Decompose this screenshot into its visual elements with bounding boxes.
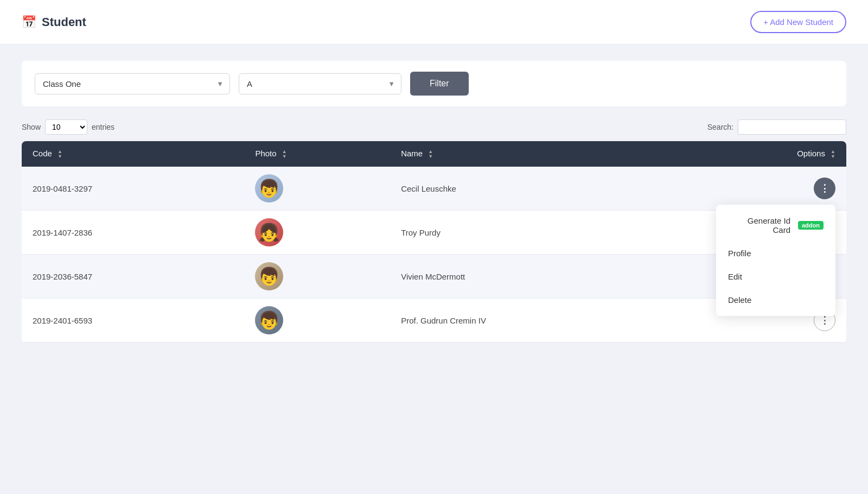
cell-photo: 👦: [244, 255, 390, 299]
table-header: Code ▲▼ Photo ▲▼ Name ▲▼ Options ▲▼: [22, 141, 846, 167]
menu-item-profile[interactable]: Profile: [716, 242, 835, 265]
options-button-0[interactable]: ⋮: [814, 178, 835, 199]
class-select-wrapper: Class One Class Two Class Three ▼: [35, 73, 230, 94]
sort-code-icon: ▲▼: [58, 149, 62, 159]
table-controls: Show 10 25 50 100 entries Search:: [22, 119, 846, 135]
addon-badge: addon: [798, 221, 824, 230]
search-row: Search:: [707, 119, 846, 135]
filter-row: Class One Class Two Class Three ▼ A B C …: [22, 61, 846, 106]
header-left: 📅 Student: [22, 15, 86, 29]
search-label: Search:: [707, 123, 733, 131]
avatar-image: 👧: [258, 222, 280, 243]
avatar: 👧: [255, 218, 283, 246]
avatar-image: 👦: [258, 178, 280, 199]
cell-photo: 👦: [244, 299, 390, 343]
cell-code: 2019-2036-5847: [22, 255, 244, 299]
avatar: 👦: [255, 174, 283, 202]
show-label: Show: [22, 123, 41, 131]
cell-code: 2019-1407-2836: [22, 211, 244, 255]
filter-button[interactable]: Filter: [410, 72, 469, 96]
cell-name: Cecil Leuschke: [390, 167, 682, 211]
avatar-image: 👦: [258, 266, 280, 287]
cell-photo: 👦: [244, 167, 390, 211]
menu-item-label: Edit: [728, 272, 742, 281]
cell-name: Prof. Gudrun Cremin IV: [390, 299, 682, 343]
sort-name-icon: ▲▼: [428, 149, 433, 159]
calendar-icon: 📅: [22, 15, 36, 29]
menu-item-generate-id[interactable]: Generate Id Card addon: [716, 209, 835, 242]
table-body: 2019-0481-3297 👦 Cecil Leuschke ⋮ Genera…: [22, 167, 846, 343]
avatar: 👦: [255, 306, 283, 334]
options-wrapper: ⋮ Generate Id Card addon Profile Ed: [814, 178, 835, 199]
cell-code: 2019-0481-3297: [22, 167, 244, 211]
add-student-button[interactable]: + Add New Student: [750, 11, 846, 33]
cell-photo: 👧: [244, 211, 390, 255]
page-header: 📅 Student + Add New Student: [0, 0, 868, 45]
cell-code: 2019-2401-6593: [22, 299, 244, 343]
avatar: 👦: [255, 262, 283, 290]
grade-select-wrapper: A B C D ▼: [239, 73, 401, 94]
col-code: Code ▲▼: [22, 141, 244, 167]
sort-options-icon: ▲▼: [831, 149, 835, 159]
dropdown-menu: Generate Id Card addon Profile Edit Dele…: [716, 205, 835, 316]
class-select[interactable]: Class One Class Two Class Three: [35, 73, 230, 94]
cell-name: Vivien McDermott: [390, 255, 682, 299]
main-content: Class One Class Two Class Three ▼ A B C …: [0, 45, 868, 359]
col-options: Options ▲▼: [682, 141, 846, 167]
menu-item-label: Delete: [728, 295, 751, 305]
menu-item-label: Generate Id Card: [728, 216, 790, 235]
col-name: Name ▲▼: [390, 141, 682, 167]
sort-photo-icon: ▲▼: [282, 149, 287, 159]
students-table: Code ▲▼ Photo ▲▼ Name ▲▼ Options ▲▼: [22, 141, 846, 343]
avatar-image: 👦: [258, 310, 280, 331]
entries-select[interactable]: 10 25 50 100: [45, 119, 87, 135]
menu-item-edit[interactable]: Edit: [716, 265, 835, 288]
grade-select[interactable]: A B C D: [239, 73, 401, 94]
cell-name: Troy Purdy: [390, 211, 682, 255]
table-row: 2019-0481-3297 👦 Cecil Leuschke ⋮ Genera…: [22, 167, 846, 211]
search-input[interactable]: [738, 119, 846, 135]
entries-label: entries: [92, 123, 114, 131]
col-photo: Photo ▲▼: [244, 141, 390, 167]
menu-item-delete[interactable]: Delete: [716, 288, 835, 312]
show-entries: Show 10 25 50 100 entries: [22, 119, 114, 135]
menu-item-label: Profile: [728, 249, 751, 258]
cell-options: ⋮ Generate Id Card addon Profile Ed: [682, 167, 846, 211]
page-title: Student: [42, 15, 86, 29]
